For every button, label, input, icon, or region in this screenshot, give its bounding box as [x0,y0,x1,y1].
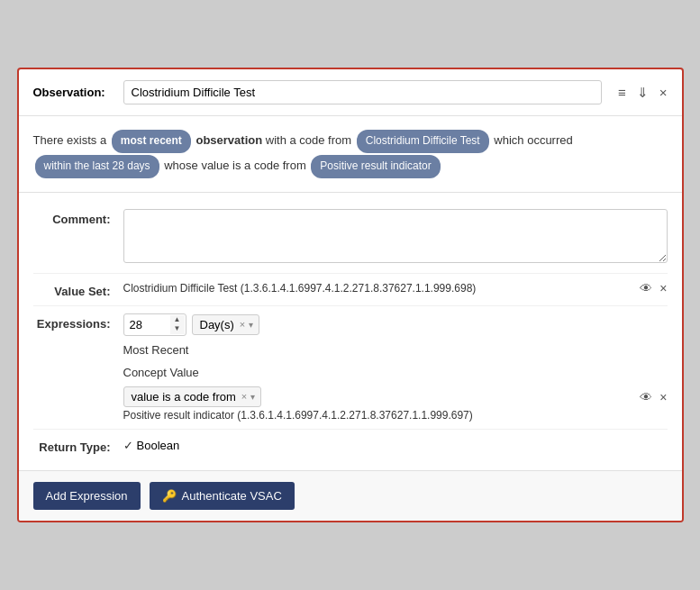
value-is-code-tag[interactable]: value is a code from × ▾ [123,386,262,407]
concept-view-icon[interactable]: 👁 [640,390,652,404]
boolean-text: Boolean [137,439,180,452]
authenticate-icon: 🔑 [162,489,177,503]
description-word2: with a code from [266,133,351,147]
value-is-code-label: value is a code from [132,390,236,404]
value-code-dropdown-arrow[interactable]: ▾ [250,392,255,402]
value-is-code-line: value is a code from × ▾ [123,386,633,407]
tag-clostridium: Clostridium Difficile Test [357,130,489,153]
spin-down-button[interactable]: ▼ [170,324,185,334]
footer: Add Expression 🔑 Authenticate VSAC [19,470,682,521]
return-type-row: Return Type: ✓ Boolean [33,430,668,461]
description-row: There exists a most recent observation w… [19,116,682,192]
tag-positive-result: Positive result indicator [311,155,440,178]
valueset-icons: 👁 × [640,281,667,295]
concept-value-row: value is a code from × ▾ Positive result… [123,386,668,422]
days-tag-label: Day(s) [200,318,234,331]
spin-up-button[interactable]: ▲ [170,315,185,325]
concept-remove-icon[interactable]: × [659,390,667,404]
authenticate-label: Authenticate VSAC [182,489,282,503]
number-input-wrap: ▲ ▼ [123,313,186,336]
positive-result-text: Positive result indicator (1.3.6.1.4.1.6… [123,409,633,422]
header-row: Observation: ≡ ⇓ × [19,69,682,116]
return-type-label: Return Type: [33,437,123,454]
days-dropdown-arrow[interactable]: ▾ [249,320,253,330]
header-icons: ≡ ⇓ × [618,86,668,99]
form-area: Comment: Value Set: Clostridium Difficil… [19,193,682,470]
days-remove-icon[interactable]: × [240,319,245,330]
description-word3: which occurred [494,133,572,147]
description-word1: observation [195,133,265,147]
valueset-content: Clostridium Difficile Test (1.3.6.1.4.1.… [123,281,668,295]
valueset-view-icon[interactable]: 👁 [640,281,652,295]
sort-icon[interactable]: ⇓ [637,86,649,99]
comment-content [123,209,668,266]
boolean-checkmark: ✓ [123,439,133,452]
concept-icons: 👁 × [640,386,667,404]
valueset-text: Clostridium Difficile Test (1.3.6.1.4.1.… [123,282,633,295]
observation-input[interactable] [123,80,602,104]
value-code-remove-icon[interactable]: × [241,391,247,402]
tag-within-28-days: within the last 28 days [35,155,159,178]
comment-label: Comment: [33,209,123,226]
close-icon[interactable]: × [659,86,668,99]
authenticate-vsac-button[interactable]: 🔑 Authenticate VSAC [150,482,295,510]
return-type-content: ✓ Boolean [123,437,668,452]
expressions-content: ▲ ▼ Day(s) × ▾ Most Recent C [123,313,668,422]
expressions-label: Expressions: [33,313,123,331]
description-word4: whose value is a code from [164,159,306,172]
main-dialog: Observation: ≡ ⇓ × There exists a most r… [17,68,684,522]
add-expression-button[interactable]: Add Expression [33,482,141,510]
expr-concept-value-line: Concept Value [123,364,668,381]
list-icon[interactable]: ≡ [618,86,626,99]
return-type-value: ✓ Boolean [123,437,668,452]
valueset-label: Value Set: [33,281,123,298]
comment-textarea[interactable] [123,209,668,263]
expr-days-line: ▲ ▼ Day(s) × ▾ [123,313,668,336]
days-select-tag[interactable]: Day(s) × ▾ [192,314,260,335]
observation-label: Observation: [33,86,114,99]
spin-buttons: ▲ ▼ [170,315,185,334]
most-recent-text: Most Recent [123,341,189,359]
tag-most-recent: most recent [112,130,191,153]
expr-most-recent-line: Most Recent [123,341,668,359]
expressions-row: Expressions: ▲ ▼ Day(s) × ▾ [33,306,668,430]
comment-row: Comment: [33,202,668,274]
description-prefix: There exists a [33,133,107,147]
valueset-remove-icon[interactable]: × [659,281,667,295]
valueset-inner: Clostridium Difficile Test (1.3.6.1.4.1.… [123,281,668,295]
concept-value-inner: value is a code from × ▾ Positive result… [123,386,633,422]
concept-value-text: Concept Value [123,364,199,381]
valueset-row: Value Set: Clostridium Difficile Test (1… [33,274,668,306]
